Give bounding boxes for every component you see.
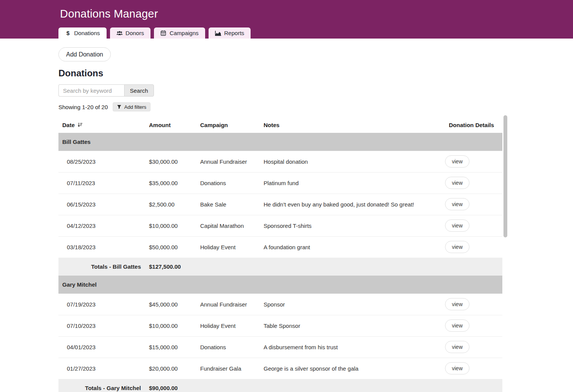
view-button[interactable]: view [445, 298, 469, 310]
table-header-row: Date Amount Camp [58, 117, 502, 133]
donations-table: Date Amount Camp [58, 117, 502, 392]
users-icon [117, 31, 123, 36]
notes-cell: A foundation grant [260, 236, 445, 258]
date-cell: 01/27/2023 [58, 358, 145, 379]
table-row: 01/27/2023$20,000.00Fundraiser GalaGeorg… [58, 358, 502, 379]
totals-amount: $90,000.00 [145, 379, 196, 392]
table-row: 07/10/2023$10,000.00Holiday EventTable S… [58, 315, 502, 336]
donor-name: Bill Gattes [58, 133, 502, 151]
campaign-cell: Annual Fundraiser [196, 151, 260, 172]
app-header: Donations Manager $ Donations Donors [0, 0, 573, 39]
amount-cell: $20,000.00 [145, 358, 196, 379]
add-filters-label: Add filters [124, 104, 146, 110]
table-row: 04/12/2023$10,000.00Capital MarathonSpon… [58, 215, 502, 236]
table-row: 06/15/2023$2,500.00Bake SaleHe didn't ev… [58, 194, 502, 215]
dollar-icon: $ [65, 30, 71, 36]
amount-cell: $35,000.00 [145, 172, 196, 194]
details-cell: view [445, 151, 502, 172]
date-cell: 08/25/2023 [58, 151, 145, 172]
donor-name: Gary Mitchel [58, 276, 502, 294]
campaign-cell: Donations [196, 172, 260, 194]
tab-label: Reports [224, 30, 244, 36]
tab-label: Donors [126, 30, 144, 36]
notes-cell: Hospital donation [260, 151, 445, 172]
search-button[interactable]: Search [124, 84, 154, 97]
notes-cell: Sponsored T-shirts [260, 215, 445, 236]
filter-funnel-icon [117, 105, 121, 109]
view-button[interactable]: view [445, 319, 469, 332]
details-cell: view [445, 172, 502, 194]
date-cell: 07/19/2023 [58, 294, 145, 315]
tab-label: Donations [74, 30, 100, 36]
view-button[interactable]: view [445, 177, 469, 189]
totals-row: Totals - Bill Gattes$127,500.00 [58, 258, 502, 276]
column-header-campaign[interactable]: Campaign [196, 117, 260, 133]
section-heading: Donations [58, 68, 573, 79]
notes-cell: Platinum fund [260, 172, 445, 194]
column-header-amount[interactable]: Amount [145, 117, 196, 133]
calendar-icon [160, 30, 167, 36]
tab-reports[interactable]: Reports [209, 27, 251, 39]
table-row: 08/25/2023$30,000.00Annual FundraiserHos… [58, 151, 502, 172]
view-button[interactable]: view [445, 155, 469, 168]
page-title: Donations Manager [60, 8, 158, 20]
view-button[interactable]: view [445, 198, 469, 210]
details-cell: view [445, 294, 502, 315]
showing-count: Showing 1-20 of 20 [58, 104, 108, 110]
amount-cell: $10,000.00 [145, 215, 196, 236]
notes-cell: He didn't even buy any baked good, just … [260, 194, 445, 215]
tab-bar: $ Donations Donors [58, 27, 251, 39]
vertical-scrollbar[interactable] [503, 115, 507, 237]
add-filters-button[interactable]: Add filters [113, 102, 151, 111]
details-cell: view [445, 236, 502, 258]
view-button[interactable]: view [445, 241, 469, 253]
notes-cell: Sponsor [260, 294, 445, 315]
totals-label: Totals - Bill Gattes [58, 258, 145, 276]
main-content: Add Donation Donations Search Showing 1-… [0, 39, 573, 392]
details-cell: view [445, 336, 502, 358]
tab-campaigns[interactable]: Campaigns [154, 27, 205, 39]
totals-row: Totals - Gary Mitchel$90,000.00 [58, 379, 502, 392]
date-cell: 04/01/2023 [58, 336, 145, 358]
amount-cell: $15,000.00 [145, 336, 196, 358]
campaign-cell: Annual Fundraiser [196, 294, 260, 315]
amount-cell: $10,000.00 [145, 315, 196, 336]
view-button[interactable]: view [445, 341, 469, 353]
list-info-row: Showing 1-20 of 20 Add filters [58, 102, 573, 111]
totals-empty-cell [196, 258, 502, 276]
sort-descending-icon [77, 122, 83, 127]
donations-table-wrap: Date Amount Camp [58, 117, 502, 392]
details-cell: view [445, 358, 502, 379]
column-header-notes[interactable]: Notes [260, 117, 445, 133]
campaign-cell: Fundraiser Gala [196, 358, 260, 379]
tab-donations[interactable]: $ Donations [58, 27, 107, 39]
totals-amount: $127,500.00 [145, 258, 196, 276]
search-bar: Search [58, 84, 573, 97]
date-cell: 06/15/2023 [58, 194, 145, 215]
table-row: 07/19/2023$45,000.00Annual FundraiserSpo… [58, 294, 502, 315]
amount-cell: $30,000.00 [145, 151, 196, 172]
campaign-cell: Bake Sale [196, 194, 260, 215]
totals-empty-cell [196, 379, 502, 392]
view-button[interactable]: view [445, 362, 469, 374]
table-row: 04/01/2023$15,000.00DonationsA disbursem… [58, 336, 502, 358]
column-header-date[interactable]: Date [58, 117, 145, 133]
view-button[interactable]: view [445, 219, 469, 232]
column-header-details: Donation Details [445, 117, 502, 133]
tab-donors[interactable]: Donors [110, 27, 151, 39]
details-cell: view [445, 194, 502, 215]
donor-group-header-row: Gary Mitchel [58, 276, 502, 294]
table-row: 07/11/2023$35,000.00DonationsPlatinum fu… [58, 172, 502, 194]
tab-label: Campaigns [170, 30, 199, 36]
campaign-cell: Holiday Event [196, 236, 260, 258]
notes-cell: A disbursement from his trust [260, 336, 445, 358]
search-input[interactable] [58, 84, 124, 97]
date-cell: 07/10/2023 [58, 315, 145, 336]
details-cell: view [445, 315, 502, 336]
campaign-cell: Donations [196, 336, 260, 358]
campaign-cell: Capital Marathon [196, 215, 260, 236]
column-header-label: Date [62, 122, 75, 128]
totals-label: Totals - Gary Mitchel [58, 379, 145, 392]
campaign-cell: Holiday Event [196, 315, 260, 336]
add-donation-button[interactable]: Add Donation [58, 47, 111, 61]
